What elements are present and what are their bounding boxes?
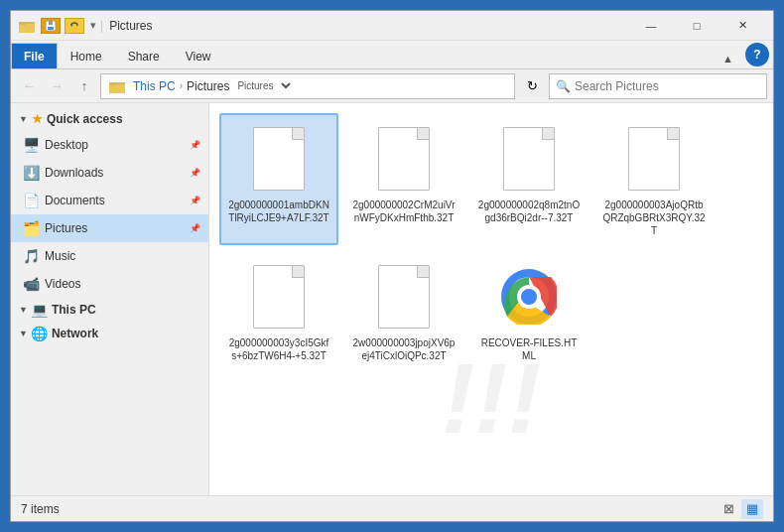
view-controls: ⊠ ▦	[718, 499, 763, 519]
network-icon: 🌐	[32, 326, 48, 341]
quick-access-toolbar	[41, 18, 84, 34]
file-name: 2g000000001ambDKNTlRyiLCJE9+A7LF.32T	[227, 199, 330, 224]
network-chevron: ▼	[19, 329, 28, 338]
desktop-icon: 🖥️	[23, 137, 39, 153]
quick-save-btn[interactable]	[41, 18, 61, 34]
downloads-pin-icon: 📌	[190, 168, 200, 178]
file-icon	[372, 123, 436, 195]
documents-pin-icon: 📌	[190, 196, 200, 205]
sidebar-item-documents[interactable]: 📄 Documents 📌	[11, 187, 208, 214]
svg-rect-4	[48, 27, 54, 30]
tab-home[interactable]: Home	[58, 43, 115, 68]
help-button[interactable]: ?	[745, 43, 769, 66]
sidebar-label-documents: Documents	[45, 194, 186, 207]
status-bar: 7 items ⊠ ▦	[11, 495, 773, 521]
svg-point-13	[521, 289, 537, 305]
file-item[interactable]: 2g000000001ambDKNTlRyiLCJE9+A7LF.32T	[219, 113, 338, 245]
ribbon-collapse-btn[interactable]: ▲	[715, 49, 741, 68]
file-item[interactable]: 2g000000002q8m2tnOgd36rBQi2dr--7.32T	[469, 113, 588, 245]
sidebar-item-this-pc[interactable]: ▼ 💻 This PC	[11, 298, 208, 322]
sidebar-label-music: Music	[45, 249, 200, 263]
sidebar-section-quick-access[interactable]: ▼ ★ Quick access	[11, 107, 208, 131]
file-icon	[497, 261, 561, 332]
file-item[interactable]: 2g000000002CrM2uiVrnWFyDKxHmFthb.32T	[344, 113, 463, 245]
file-icon	[497, 123, 561, 195]
file-name: 2g000000002q8m2tnOgd36rBQi2dr--7.32T	[477, 199, 581, 224]
maximize-button[interactable]: □	[674, 11, 719, 41]
file-item[interactable]: 2w000000003jpojXV6pej4TiCxlOiQPc.32T	[344, 251, 463, 370]
svg-rect-2	[19, 22, 26, 25]
details-view-btn[interactable]: ⊠	[718, 499, 739, 519]
breadcrumb-this-pc[interactable]: This PC	[133, 79, 176, 93]
documents-icon: 📄	[23, 193, 39, 208]
sidebar-label-network: Network	[52, 327, 98, 340]
address-path[interactable]: This PC › Pictures Pictures	[100, 73, 515, 99]
large-icons-view-btn[interactable]: ▦	[741, 499, 763, 519]
search-icon: 🔍	[556, 79, 571, 93]
sidebar: ▼ ★ Quick access 🖥️ Desktop 📌 ⬇️ Downloa…	[11, 103, 209, 495]
sidebar-label-videos: Videos	[45, 277, 200, 291]
this-pc-chevron: ▼	[19, 305, 28, 315]
quick-access-chevron: ▼	[19, 114, 28, 124]
search-input[interactable]	[575, 79, 760, 93]
sidebar-item-network[interactable]: ▼ 🌐 Network	[11, 322, 208, 345]
refresh-button[interactable]: ↻	[519, 73, 545, 99]
sidebar-item-downloads[interactable]: ⬇️ Downloads 📌	[11, 159, 208, 187]
quick-undo-btn[interactable]	[65, 18, 84, 34]
svg-rect-9	[109, 82, 116, 85]
item-count: 7 items	[21, 502, 60, 516]
files-grid: 2g000000001ambDKNTlRyiLCJE9+A7LF.32T 2g0…	[219, 113, 763, 370]
title-bar: ▾ | Pictures — □ ✕	[11, 11, 773, 41]
svg-rect-5	[49, 21, 53, 25]
address-dropdown[interactable]: Pictures	[229, 79, 294, 92]
window-controls: — □ ✕	[628, 11, 765, 41]
breadcrumb: This PC › Pictures	[109, 78, 229, 94]
up-button[interactable]: ↑	[72, 74, 96, 98]
ribbon-tabs: File Home Share View ▲ ?	[11, 41, 773, 68]
file-icon	[247, 261, 311, 332]
file-icon	[622, 123, 686, 195]
file-name: 2w000000003jpojXV6pej4TiCxlOiQPc.32T	[352, 336, 456, 362]
close-button[interactable]: ✕	[719, 11, 765, 41]
pictures-pin-icon: 📌	[190, 223, 200, 233]
back-button[interactable]: ←	[17, 74, 41, 98]
file-icon	[247, 123, 311, 195]
sidebar-label-downloads: Downloads	[45, 166, 186, 180]
this-pc-icon: 💻	[32, 302, 48, 318]
quick-access-label: Quick access	[47, 112, 123, 126]
minimize-button[interactable]: —	[628, 11, 674, 41]
downloads-icon: ⬇️	[23, 165, 39, 181]
main-area: ▼ ★ Quick access 🖥️ Desktop 📌 ⬇️ Downloa…	[11, 103, 773, 495]
sidebar-item-desktop[interactable]: 🖥️ Desktop 📌	[11, 131, 208, 159]
address-bar: ← → ↑ This PC › Pictures Pictures ↻ 🔍	[11, 69, 773, 103]
tab-file[interactable]: File	[11, 43, 58, 68]
search-box[interactable]: 🔍	[549, 73, 767, 99]
videos-icon: 📹	[23, 276, 39, 292]
file-name: 2g000000002CrM2uiVrnWFyDKxHmFthb.32T	[352, 199, 456, 224]
desktop-pin-icon: 📌	[190, 140, 200, 150]
sidebar-item-music[interactable]: 🎵 Music	[11, 242, 208, 270]
file-icon	[372, 261, 436, 332]
svg-rect-1	[19, 24, 35, 33]
tab-share[interactable]: Share	[115, 43, 173, 68]
quick-access-star-icon: ★	[32, 112, 43, 126]
file-name: RECOVER-FILES.HTML	[477, 336, 581, 362]
pictures-icon: 🗂️	[23, 220, 39, 236]
sidebar-label-this-pc: This PC	[52, 303, 96, 317]
window-icon	[19, 18, 35, 34]
music-icon: 🎵	[23, 248, 39, 264]
explorer-window: ▾ | Pictures — □ ✕ File Home Share View …	[10, 10, 774, 522]
file-name: 2g000000003AjoQRtbQRZqbGBRtX3RQY.32T	[602, 199, 706, 237]
breadcrumb-pictures[interactable]: Pictures	[187, 79, 229, 93]
file-item[interactable]: 2g000000003y3cI5Gkfs+6bzTW6H4-+5.32T	[219, 251, 338, 370]
tab-view[interactable]: View	[173, 43, 224, 68]
forward-button[interactable]: →	[45, 74, 68, 98]
sidebar-item-pictures[interactable]: 🗂️ Pictures 📌	[11, 214, 208, 242]
ribbon: File Home Share View ▲ ?	[11, 41, 773, 69]
svg-rect-8	[109, 84, 125, 93]
file-item[interactable]: 2g000000003AjoQRtbQRZqbGBRtX3RQY.32T	[594, 113, 714, 245]
window-title: Pictures	[109, 19, 628, 33]
sidebar-item-videos[interactable]: 📹 Videos	[11, 270, 208, 298]
file-item[interactable]: RECOVER-FILES.HTML	[469, 251, 588, 370]
file-content: !!! 2g000000001ambDKNTlRyiLCJE9+A7LF.32T…	[209, 103, 773, 495]
